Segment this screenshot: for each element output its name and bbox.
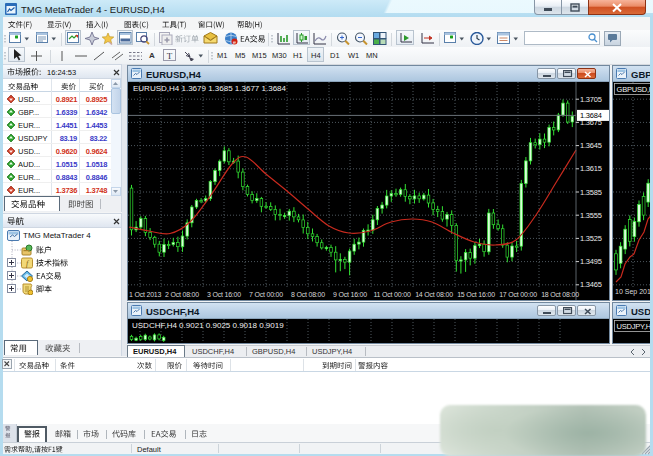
svg-text:1.3645: 1.3645: [580, 141, 602, 150]
svg-text:1 Oct 2013: 1 Oct 2013: [129, 291, 162, 298]
svg-text:1.3585: 1.3585: [580, 188, 602, 197]
svg-text:7 Oct 00:00: 7 Oct 00:00: [249, 291, 283, 298]
svg-text:EURUSD,H4 1.3679 1.3685 1.367: EURUSD,H4 1.3679 1.3685 1.3677 1.3684: [133, 84, 287, 93]
svg-text:e: e: [233, 39, 236, 45]
svg-text:11 Oct 00:00: 11 Oct 00:00: [373, 291, 410, 298]
svg-text:1.3495: 1.3495: [580, 257, 602, 266]
svg-text:1.3705: 1.3705: [580, 95, 602, 104]
svg-text:8 Oct 08:00: 8 Oct 08:00: [291, 291, 325, 298]
svg-text:17 Oct 00:00: 17 Oct 00:00: [499, 291, 537, 298]
svg-text:GBPUSD,H4: GBPUSD,H4: [617, 85, 653, 94]
svg-text:USDCHF,H4 0.9021 0.9025 0.901: USDCHF,H4 0.9021 0.9025 0.9018 0.9019: [132, 321, 284, 330]
svg-text:1.3465: 1.3465: [580, 280, 602, 289]
svg-text:10 Sep 2013: 10 Sep 2013: [615, 288, 653, 296]
svg-text:1.3615: 1.3615: [580, 164, 602, 173]
svg-text:2 Oct 08:00: 2 Oct 08:00: [165, 291, 199, 298]
svg-text:1.3525: 1.3525: [580, 234, 602, 243]
svg-text:USDJPY,H4 9: USDJPY,H4 9: [617, 322, 653, 331]
svg-text:1.3555: 1.3555: [580, 211, 602, 220]
svg-text:15 Oct 16:00: 15 Oct 16:00: [457, 291, 495, 298]
svg-text:18 Oct 08:00: 18 Oct 08:00: [541, 291, 579, 298]
svg-text:3 Oct 16:00: 3 Oct 16:00: [207, 291, 241, 298]
svg-text:9 Oct 16:00: 9 Oct 16:00: [333, 291, 367, 298]
svg-text:1.3684: 1.3684: [580, 111, 602, 120]
svg-text:14 Oct 08:00: 14 Oct 08:00: [415, 291, 453, 298]
svg-text:T: T: [167, 51, 173, 61]
